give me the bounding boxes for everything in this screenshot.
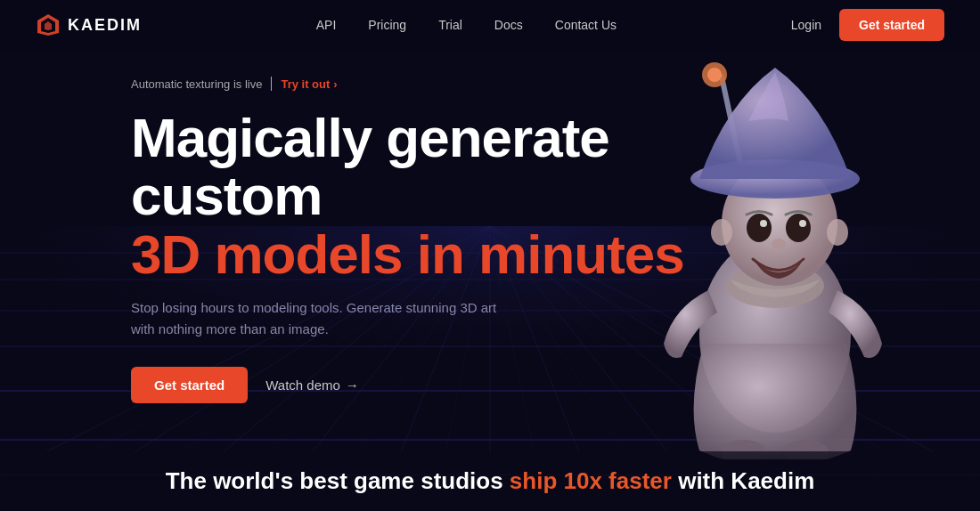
nav-link-docs[interactable]: Docs bbox=[494, 18, 523, 32]
hero-subtitle-line1: Stop losing hours to modeling tools. Gen… bbox=[131, 300, 496, 315]
navbar: KAEDIM API Pricing Trial Docs Contact Us… bbox=[0, 0, 980, 50]
footer-prefix: The world's best game studios bbox=[166, 467, 510, 494]
hero-subtitle-line2: with nothing more than an image. bbox=[131, 321, 329, 337]
announcement-link[interactable]: Try it out › bbox=[281, 77, 337, 91]
get-started-hero-button[interactable]: Get started bbox=[131, 367, 248, 403]
hero-title-line1: Magically generate custom bbox=[131, 109, 737, 224]
svg-point-36 bbox=[726, 264, 824, 308]
announcement-text: Automatic texturing is live bbox=[131, 77, 262, 91]
svg-point-37 bbox=[722, 161, 837, 286]
logo-text: KAEDIM bbox=[68, 16, 142, 35]
watch-demo-button[interactable]: Watch demo → bbox=[265, 377, 359, 393]
get-started-nav-button[interactable]: Get started bbox=[839, 9, 944, 41]
nav-link-trial[interactable]: Trial bbox=[438, 18, 462, 32]
nav-link-api[interactable]: API bbox=[316, 18, 337, 32]
nav-links: API Pricing Trial Docs Contact Us bbox=[316, 18, 617, 32]
nav-actions: Login Get started bbox=[791, 9, 944, 41]
svg-point-45 bbox=[827, 219, 848, 246]
watch-demo-label: Watch demo bbox=[265, 377, 340, 393]
svg-point-42 bbox=[799, 220, 806, 227]
announcement-divider bbox=[271, 77, 272, 91]
svg-point-40 bbox=[786, 214, 811, 242]
nav-link-pricing[interactable]: Pricing bbox=[368, 18, 406, 32]
hero-subtitle: Stop losing hours to modeling tools. Gen… bbox=[131, 297, 505, 340]
nav-link-contact[interactable]: Contact Us bbox=[555, 18, 617, 32]
hero-title-line2: 3D models in minutes bbox=[131, 224, 737, 285]
svg-point-41 bbox=[760, 220, 767, 227]
footer-highlight: ship 10x faster bbox=[510, 467, 672, 494]
logo-icon bbox=[36, 12, 61, 37]
announcement-link-text: Try it out bbox=[281, 77, 330, 91]
hero-buttons: Get started Watch demo → bbox=[131, 367, 737, 403]
footer-suffix: with Kaedim bbox=[672, 467, 814, 494]
svg-point-39 bbox=[747, 214, 772, 242]
login-button[interactable]: Login bbox=[791, 18, 821, 32]
svg-point-43 bbox=[772, 239, 786, 249]
announcement-arrow: › bbox=[333, 77, 337, 91]
footer-tagline: The world's best game studios ship 10x f… bbox=[0, 451, 980, 511]
announcement-bar: Automatic texturing is live Try it out › bbox=[131, 77, 980, 91]
logo[interactable]: KAEDIM bbox=[36, 12, 142, 37]
hero-section: Automatic texturing is live Try it out ›… bbox=[0, 50, 980, 511]
watch-demo-arrow: → bbox=[346, 377, 359, 393]
hero-content: Magically generate custom 3D models in m… bbox=[131, 109, 737, 403]
